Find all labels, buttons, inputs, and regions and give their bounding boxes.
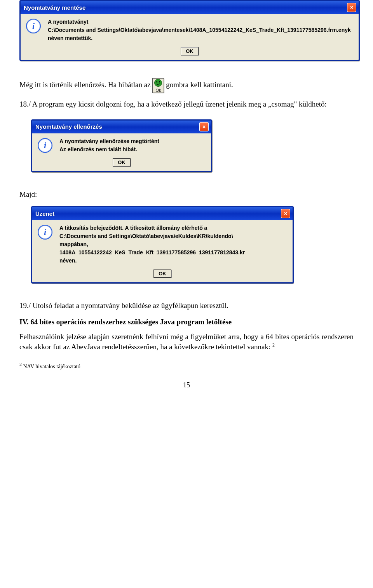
dialog-save-titlebar: Nyomtatvány mentése ×	[21, 1, 359, 14]
smiley-icon	[154, 79, 162, 87]
footnote-ref: 2	[272, 342, 275, 348]
heading-iv: IV. 64 bites operációs rendszerhez szüks…	[19, 318, 354, 326]
dialog-save-text1: A nyomtatványt	[48, 18, 353, 26]
paragraph-19: 19./ Utolsó feladat a nyomtatvány beküld…	[19, 301, 354, 311]
dialog-check-title: Nyomtatvány ellenőrzés	[35, 123, 102, 130]
ok-button[interactable]: OK	[113, 158, 131, 166]
paragraph-18: 18./ A program egy kicsit dolgozni fog, …	[19, 99, 354, 109]
info-icon: i	[38, 138, 52, 153]
ok-button[interactable]: OK	[181, 47, 199, 55]
dialog-msg-text3: mappában,	[59, 240, 287, 248]
info-icon: i	[26, 19, 41, 33]
label-majd: Majd:	[19, 189, 354, 200]
info-icon: i	[38, 225, 52, 240]
dialog-save-text2: C:\Documents and Settings\Oktató\abevjav…	[48, 26, 353, 34]
dialog-save: Nyomtatvány mentése × i A nyomtatványt C…	[19, 0, 360, 61]
ok-smiley-button[interactable]: Ok	[152, 78, 164, 93]
dialog-save-text3: néven mentettük.	[48, 34, 353, 42]
paragraph-check: Még itt is történik ellenőrzés. Ha hibát…	[19, 78, 354, 93]
footnote: 2 NAV hivatalos tájékoztató	[19, 362, 354, 370]
dialog-check-titlebar: Nyomtatvány ellenőrzés ×	[32, 121, 211, 133]
ok-button[interactable]: OK	[153, 270, 171, 278]
dialog-msg-text1: A titkosítás befejeződött. A titkosított…	[59, 224, 287, 232]
dialog-msg-text5: néven.	[59, 257, 287, 265]
dialog-check-text2: Az ellenőrzés nem talált hibát.	[59, 145, 206, 154]
close-icon[interactable]: ×	[199, 122, 209, 131]
dialog-message-title: Üzenet	[35, 210, 54, 217]
close-icon[interactable]: ×	[281, 209, 290, 218]
paragraph-iv: Felhasználóink jelzése alapján szeretnén…	[19, 332, 354, 352]
page-number: 15	[19, 381, 354, 389]
close-icon[interactable]: ×	[347, 3, 356, 12]
dialog-save-title: Nyomtatvány mentése	[24, 4, 85, 11]
dialog-check-text1: A nyomtatvány ellenőrzése megtörtént	[59, 137, 206, 145]
dialog-message: Üzenet × i A titkosítás befejeződött. A …	[31, 206, 294, 284]
dialog-msg-text4: 1408A_10554122242_KeS_Trade_Kft_13911775…	[59, 248, 287, 257]
dialog-check: Nyomtatvány ellenőrzés × i A nyomtatvány…	[31, 119, 212, 172]
footnote-separator	[19, 360, 105, 360]
dialog-message-titlebar: Üzenet ×	[32, 207, 293, 220]
dialog-msg-text2: C:\Documents and Settings\Oktató\abevjav…	[59, 232, 287, 240]
